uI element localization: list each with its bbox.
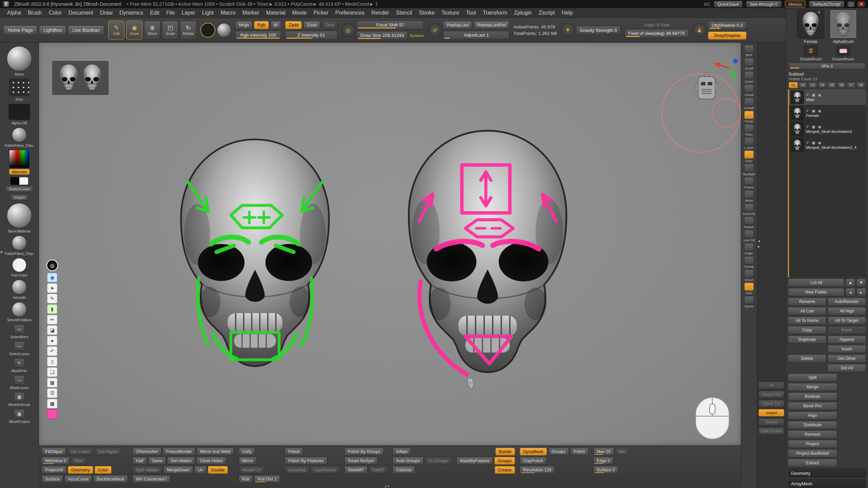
shelf-button[interactable]: FillObject — [42, 448, 66, 455]
subtool-action-button[interactable]: Remesh — [788, 430, 837, 439]
splitter-left-icon[interactable]: ◂ — [758, 239, 760, 243]
subtool-action-button[interactable]: Delete — [788, 354, 826, 363]
left-tray-item[interactable]: MaskPen — [12, 358, 27, 373]
splitter-right-icon[interactable]: ▸ — [758, 244, 760, 249]
mode-button[interactable]: ◰ Scale — [162, 21, 178, 40]
menu-item[interactable]: Draw — [97, 9, 116, 17]
menu-item[interactable]: Stencil — [393, 9, 415, 17]
shelf-button[interactable]: Del Hidden — [167, 457, 195, 465]
texture-palette-button[interactable]: Export — [758, 418, 784, 426]
shelf-button[interactable]: FreezeBorder — [163, 448, 195, 455]
menu-item[interactable]: Preferences — [332, 9, 368, 17]
shelf-button[interactable]: LazyRadius — [311, 466, 339, 474]
subtool-down-button[interactable]: ▼ — [856, 279, 866, 287]
shelf-button[interactable]: Mirror — [239, 457, 257, 465]
shelf-button[interactable]: DelMT — [369, 466, 388, 474]
arraymesh-palette-header[interactable]: ArrayMesh — [788, 479, 866, 488]
mode-button[interactable]: ✎ Edit — [108, 21, 124, 40]
menu-item[interactable]: Dynamics — [116, 9, 146, 17]
subtool-action-button[interactable]: Distribute — [788, 421, 837, 429]
mrgb-button[interactable]: Mrgb — [235, 21, 252, 29]
version-tab[interactable]: V8 — [856, 82, 866, 88]
texture-palette-button[interactable]: Te — [758, 382, 784, 389]
trash-icon[interactable]: ▯ — [47, 357, 57, 366]
eraser-icon[interactable]: ◪ — [47, 325, 57, 335]
zcut-button[interactable]: Zcut — [322, 21, 337, 29]
right-shelf-button[interactable]: Floor — [742, 124, 756, 136]
rgb-button[interactable]: Rgb — [254, 21, 269, 29]
rgb-intensity-slider[interactable]: Rgb Intensity 100 — [235, 31, 281, 40]
alpha-brush-thumbnail[interactable]: AlphaBrush — [828, 9, 858, 44]
shelf-button[interactable]: ClayPolish — [520, 457, 547, 465]
left-tray-splitter[interactable]: ◂ — [0, 249, 2, 254]
quicksave-button[interactable]: QuickSave — [714, 1, 743, 7]
shelf-button[interactable]: Uv Groups — [425, 457, 452, 465]
left-tray-item[interactable]: MeshExtrude — [8, 392, 31, 407]
paintbrush-icon[interactable]: ✐ — [806, 93, 809, 97]
spotlight-pin-icon[interactable]: ◎ — [46, 260, 58, 271]
left-tray-item[interactable]: SelectLasso — [9, 341, 29, 356]
tray-splitter-handle[interactable]: ◂ ▸ — [758, 239, 760, 249]
left-tray-item[interactable]: MaskLasso — [10, 375, 29, 390]
subtool-action-button[interactable]: Project BasRelief — [788, 449, 837, 458]
shelf-button[interactable]: Double — [208, 466, 228, 474]
subtool-action-button[interactable]: All To Target — [828, 317, 866, 325]
subtool-row[interactable]: ✐ ▣ ◉ Female — [789, 105, 866, 121]
right-shelf-button[interactable]: Xpose — [742, 296, 756, 308]
shelf-button[interactable]: AccuCurve — [64, 475, 92, 483]
visibility-eye-icon[interactable]: ◉ — [818, 93, 822, 97]
right-shelf-button[interactable]: Zoom3D — [742, 203, 756, 216]
subtool-action-button[interactable]: Insert — [828, 345, 866, 353]
shelf-button[interactable]: Resolution 128 — [520, 466, 555, 474]
shelf-button[interactable]: SDiv — [71, 457, 86, 465]
current-alpha-icon[interactable] — [200, 23, 215, 38]
polyframe-icon[interactable]: ▣ — [812, 109, 815, 113]
subtool-action-button[interactable]: Bevel Pro — [788, 402, 837, 410]
shelf-button[interactable]: Colorize — [393, 466, 415, 474]
subtool-action-button[interactable]: Del All — [828, 364, 866, 372]
shelf-button[interactable]: Polish — [570, 448, 589, 455]
right-shelf-button[interactable]: BPR — [742, 45, 756, 57]
adjust-last-slider[interactable]: AdjustLast 1 — [443, 31, 509, 40]
right-shelf-button[interactable]: Ghost — [742, 269, 756, 282]
zadd-button[interactable]: Zadd — [285, 21, 302, 29]
subtool-action-button[interactable]: Copy — [788, 326, 826, 334]
left-tray-item[interactable]: SwitchColor — [5, 177, 33, 192]
paintbrush-icon[interactable]: ✐ — [806, 141, 809, 145]
right-shelf-button[interactable]: AAHalf — [742, 98, 756, 110]
mode-button[interactable]: ↻ Rotate — [180, 21, 196, 40]
subtool-row[interactable]: ✐ ▣ ◉ Merged_Skull-decimation2_4 — [789, 137, 866, 153]
m-button[interactable]: M — [271, 21, 281, 29]
focal-shift-icon[interactable]: ◎ — [341, 23, 355, 37]
shelf-button[interactable]: Color — [95, 466, 112, 474]
close-window-button[interactable]: ✕ — [858, 1, 865, 7]
shelf-button[interactable]: Half — [133, 457, 147, 465]
version-tab[interactable]: V7 — [847, 82, 856, 88]
shelf-button[interactable]: MidValue 0 — [42, 457, 70, 465]
menu-item[interactable]: Render — [368, 9, 392, 17]
fold-left-button[interactable]: ◂ — [846, 288, 855, 296]
shelf-button[interactable]: Groups — [494, 457, 515, 465]
shelf-button[interactable]: Mirror And Weld — [197, 448, 234, 455]
shelf-button[interactable]: Del Higher — [95, 448, 121, 455]
subtool-action-button[interactable]: Align — [788, 411, 837, 420]
shelf-button[interactable]: Roll Dist 1 — [254, 475, 280, 483]
shelf-button[interactable]: Min Connected I — [133, 475, 170, 483]
highlighter-icon[interactable]: ▮ — [47, 304, 57, 314]
menu-item[interactable]: Brush — [25, 9, 45, 17]
menu-item[interactable]: Tool — [463, 9, 479, 17]
subtool-action-button[interactable]: Merge — [788, 383, 837, 391]
left-tray-item[interactable]: Flat Color — [11, 258, 27, 277]
gravity-icon[interactable]: ▼ — [561, 23, 574, 37]
right-shelf-button[interactable]: Line Fill — [742, 230, 756, 242]
subtool-action-button[interactable]: Rename — [788, 298, 826, 306]
texture-palette-button[interactable]: Split Screen — [758, 427, 784, 435]
shelf-button[interactable]: Crease — [495, 466, 515, 474]
lightbox-button[interactable]: LightBox — [39, 25, 66, 35]
shelf-button[interactable]: ZRemesher — [133, 448, 161, 455]
right-shelf-button[interactable]: Zoom — [742, 71, 756, 83]
left-tray-item[interactable]: SelectRect — [10, 324, 28, 339]
list-all-button[interactable]: List All — [788, 279, 844, 287]
polyframe-icon[interactable]: ▣ — [812, 141, 815, 145]
shelf-button[interactable]: Polish By Features — [285, 457, 327, 465]
